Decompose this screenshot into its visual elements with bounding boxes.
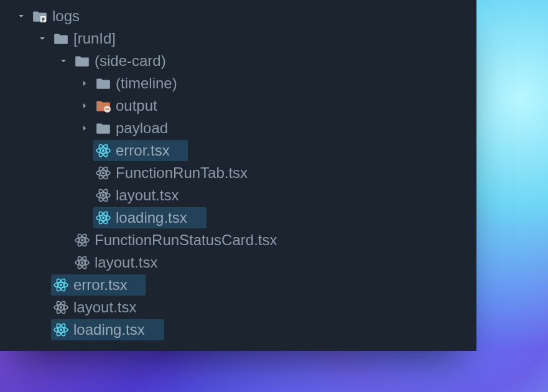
tree-label: FunctionRunStatusCard.tsx xyxy=(95,233,277,248)
tree-label: [runId] xyxy=(73,31,116,46)
folder-logs-icon xyxy=(31,7,49,25)
svg-point-13 xyxy=(102,172,104,174)
chevron-right-icon xyxy=(78,122,91,134)
folder-icon xyxy=(52,30,70,47)
react-icon xyxy=(52,276,70,294)
svg-point-37 xyxy=(60,306,62,309)
file-explorer-panel: logs [runId] (side-card) xyxy=(0,0,476,351)
svg-point-29 xyxy=(81,261,83,264)
react-icon xyxy=(73,231,91,249)
svg-point-21 xyxy=(102,217,104,219)
tree-file-logs-layout[interactable]: layout.tsx xyxy=(0,296,476,319)
svg-point-9 xyxy=(102,149,104,152)
folder-icon xyxy=(95,75,112,92)
react-icon xyxy=(52,299,70,316)
tree-label: FunctionRunTab.tsx xyxy=(116,166,248,180)
tree-label: error.tsx xyxy=(116,143,170,158)
svg-point-17 xyxy=(102,194,104,197)
react-icon xyxy=(52,321,70,338)
tree-file-function-run-tab[interactable]: FunctionRunTab.tsx xyxy=(0,162,476,184)
svg-point-41 xyxy=(60,329,62,331)
tree-folder-output[interactable]: output xyxy=(0,95,476,117)
react-icon xyxy=(95,164,112,182)
react-icon xyxy=(73,254,91,271)
chevron-right-icon xyxy=(78,77,91,90)
svg-rect-5 xyxy=(105,108,109,110)
react-icon xyxy=(95,142,112,159)
tree-label: layout.tsx xyxy=(95,255,157,270)
tree-folder-payload[interactable]: payload xyxy=(0,117,476,139)
file-tree: logs [runId] (side-card) xyxy=(0,0,476,347)
tree-label: error.tsx xyxy=(73,278,128,292)
tree-file-sidecard-error[interactable]: error.tsx xyxy=(0,139,476,162)
tree-file-runid-layout[interactable]: layout.tsx xyxy=(0,251,476,274)
react-icon xyxy=(95,209,112,226)
react-icon xyxy=(95,187,112,204)
svg-point-25 xyxy=(81,239,83,241)
folder-output-icon xyxy=(95,97,112,114)
tree-file-sidecard-loading[interactable]: loading.tsx xyxy=(0,207,476,229)
tree-folder-side-card[interactable]: (side-card) xyxy=(0,50,476,72)
svg-rect-2 xyxy=(42,19,44,20)
tree-label: loading.tsx xyxy=(116,210,187,225)
tree-folder-runid[interactable]: [runId] xyxy=(0,27,476,50)
tree-file-logs-loading[interactable]: loading.tsx xyxy=(0,319,476,341)
tree-label: layout.tsx xyxy=(73,300,136,315)
svg-rect-1 xyxy=(42,17,44,18)
tree-label: logs xyxy=(52,9,80,24)
tree-label: output xyxy=(116,98,157,113)
tree-label: payload xyxy=(116,121,168,136)
svg-point-33 xyxy=(60,284,62,286)
tree-folder-logs[interactable]: logs xyxy=(0,5,476,27)
chevron-right-icon xyxy=(78,100,91,112)
tree-file-logs-error[interactable]: error.tsx xyxy=(0,274,476,296)
tree-label: layout.tsx xyxy=(116,188,179,203)
tree-label: loading.tsx xyxy=(73,322,145,337)
tree-file-sidecard-layout[interactable]: layout.tsx xyxy=(0,184,476,207)
chevron-down-icon xyxy=(57,55,70,67)
tree-label: (timeline) xyxy=(116,76,177,91)
chevron-down-icon xyxy=(36,32,49,45)
folder-icon xyxy=(95,119,112,137)
tree-label: (side-card) xyxy=(95,54,166,68)
svg-rect-3 xyxy=(42,21,44,21)
tree-file-function-run-status-card[interactable]: FunctionRunStatusCard.tsx xyxy=(0,229,476,251)
tree-folder-timeline[interactable]: (timeline) xyxy=(0,72,476,95)
folder-icon xyxy=(73,52,91,70)
chevron-down-icon xyxy=(15,10,27,22)
